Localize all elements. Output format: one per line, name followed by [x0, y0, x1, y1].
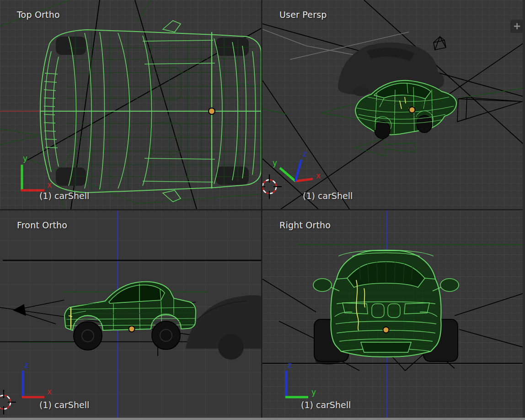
axis-gizmo: z y [285, 361, 316, 397]
viewport-top-ortho[interactable]: y x Top Ortho (1) carShell [0, 0, 261, 209]
empty-object [434, 37, 446, 50]
selected-object-info: (1) carShell [39, 191, 89, 201]
gizmo-y-label: y [311, 388, 316, 397]
gizmo-y-label: y [273, 158, 277, 167]
viewport-user-persp[interactable]: z y x User Persp (1) carShell + [262, 0, 525, 209]
axis-gizmo: z x [22, 361, 52, 397]
add-view-button[interactable]: + [510, 20, 524, 33]
gizmo-z-label: z [303, 149, 307, 158]
viewport-right-ortho[interactable]: z y Right Ortho (1) carShell [262, 210, 525, 418]
window-right-edge [523, 0, 525, 418]
gizmo-z-label: z [24, 361, 28, 370]
right-ortho-scene: z y [262, 210, 525, 418]
selected-object-info: (1) carShell [301, 400, 351, 410]
top-ortho-scene: y x [0, 0, 261, 209]
car-front-wireframe [313, 250, 459, 362]
gizmo-x-label: x [47, 180, 52, 189]
user-persp-scene: z y x [262, 0, 525, 209]
viewport-label: Front Ortho [17, 220, 67, 230]
viewport-label: User Persp [279, 10, 327, 20]
viewport-label: Top Ortho [17, 10, 60, 20]
viewport-label: Right Ortho [279, 220, 331, 230]
object-origin-dot [409, 107, 415, 113]
gizmo-x-label: x [316, 171, 321, 180]
object-origin-dot [209, 108, 215, 114]
cursor-3d [0, 390, 16, 415]
cursor-3d [262, 174, 282, 199]
front-ortho-scene: z x [0, 210, 261, 418]
car-top-view-wireframe [40, 21, 261, 202]
window-bottom-edge[interactable] [0, 418, 525, 420]
object-origin-dot [129, 326, 135, 332]
selected-object-info: (1) carShell [39, 400, 89, 410]
selected-object-info: (1) carShell [303, 191, 353, 201]
gizmo-z-label: z [288, 361, 292, 370]
axis-gizmo: z y x [273, 149, 321, 181]
blender-quad-view: y x Top Ortho (1) carShell [0, 0, 525, 420]
gizmo-x-label: x [47, 387, 52, 396]
silhouette-car [186, 295, 261, 360]
gizmo-y-label: y [23, 154, 27, 163]
viewport-front-ortho[interactable]: z x Front Ortho (1) carShell [0, 210, 261, 418]
object-origin-dot [383, 327, 389, 333]
camera-frustum [457, 97, 525, 122]
axis-gizmo: y x [21, 154, 52, 190]
